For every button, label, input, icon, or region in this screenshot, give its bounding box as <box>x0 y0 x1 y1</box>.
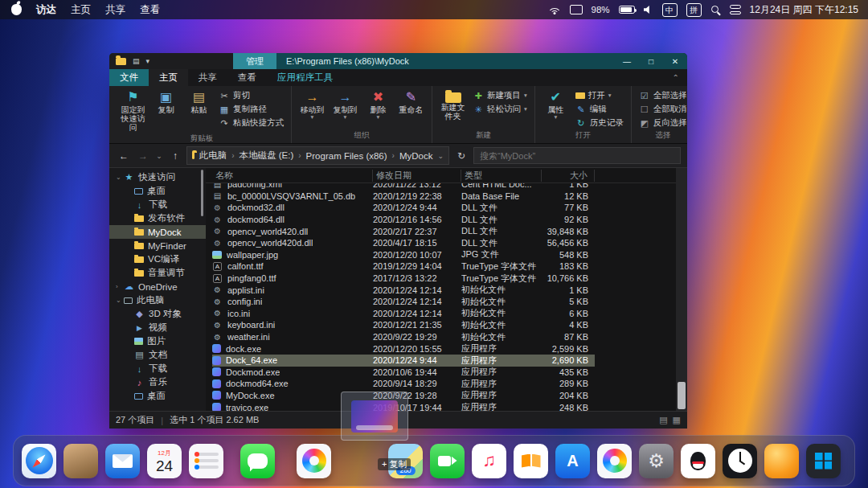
menu-item-2[interactable]: 主页 <box>71 3 91 17</box>
file-row[interactable]: dock.exe2020/12/20 15:55应用程序2,599 KB <box>212 342 595 355</box>
ribbon-collapse-icon[interactable]: ⌃ <box>673 69 687 86</box>
ribbon-button-rename[interactable]: 重命名 <box>395 88 427 129</box>
dock-facetime-icon[interactable] <box>430 444 465 478</box>
dock-mail-icon[interactable] <box>105 444 140 478</box>
ribbon-button-pin[interactable]: 固定到快速访问 <box>117 88 149 133</box>
dock-qq-icon[interactable] <box>681 444 715 478</box>
ribbon-button-props[interactable]: 属性▾ <box>540 88 571 129</box>
control-center-icon[interactable] <box>730 5 741 14</box>
refresh-button[interactable]: ↻ <box>452 150 470 162</box>
file-row[interactable]: opencv_world420.dll2020/2/17 22:37DLL 文件… <box>212 225 595 237</box>
file-row[interactable]: ico.ini2020/12/24 12:14初始化文件6 KB <box>212 308 595 320</box>
file-row[interactable]: Dock_64.exe2020/12/24 9:44应用程序2,690 KB <box>212 355 595 367</box>
sidebar-item-视频[interactable]: 视频 <box>109 321 206 334</box>
file-row[interactable]: config.ini2020/12/24 12:14初始化文件5 KB <box>212 296 595 308</box>
ribbon-button-cut[interactable]: 剪切 <box>216 89 286 102</box>
ribbon-button-newfolder[interactable]: 新建文件夹 <box>437 88 469 129</box>
sidebar-item-快速访问[interactable]: ⌄快速访问 <box>109 170 206 184</box>
dock-safari-icon[interactable] <box>22 444 56 478</box>
qat-customize-icon[interactable]: ▾ <box>146 57 150 65</box>
breadcrumb-item[interactable]: Program Files (x86) <box>306 151 387 161</box>
sidebar-scrollbar[interactable] <box>201 170 203 216</box>
ribbon-button-path[interactable]: 复制路径 <box>216 103 286 116</box>
column-header[interactable]: 名称 <box>212 170 373 182</box>
breadcrumb[interactable]: 此电脑›本地磁盘 (E:)›Program Files (x86)›MyDock… <box>186 146 449 165</box>
explorer-folder-icon[interactable] <box>116 58 126 65</box>
close-button[interactable]: ✕ <box>663 53 687 69</box>
dock-music-icon[interactable]: ♫ <box>472 444 506 478</box>
wifi-icon[interactable] <box>548 6 561 14</box>
file-row[interactable]: padconfig.xml2020/11/22 13:12Cent HTML D… <box>212 183 595 191</box>
breadcrumb-item[interactable]: 本地磁盘 (E:) <box>240 150 294 162</box>
file-row[interactable]: bc_00000LVSQV3ARNLT_05.db2020/12/19 22:3… <box>212 191 595 203</box>
ribbon-button-open[interactable]: 打开▾ <box>573 89 626 102</box>
sidebar-item-发布软件[interactable]: 发布软件 <box>109 211 206 225</box>
dock-orange-app-icon[interactable] <box>764 444 799 478</box>
ime-badge-zhong[interactable]: 中 <box>662 3 678 17</box>
dock-settings-icon[interactable]: ⚙ <box>639 444 674 478</box>
file-row[interactable]: pingfang0.ttf2017/12/3 13:22TrueType 字体文… <box>212 273 595 285</box>
ribbon-tab[interactable]: 查看 <box>227 69 267 86</box>
search-input[interactable] <box>473 147 681 164</box>
sidebar-item-此电脑[interactable]: ⌄此电脑 <box>109 293 206 307</box>
volume-icon[interactable] <box>644 5 653 14</box>
sidebar-item-3D 对象[interactable]: 3D 对象 <box>109 307 206 321</box>
sidebar-item-MyFinder[interactable]: MyFinder <box>109 239 206 252</box>
file-row[interactable]: dockmod32.dll2020/12/24 9:44DLL 文件77 KB <box>212 202 595 214</box>
dock-appstore-icon[interactable]: A <box>555 444 590 478</box>
details-view-icon[interactable]: ▤ <box>659 415 667 425</box>
dock-books-icon[interactable] <box>514 444 548 478</box>
ribbon-button-copy[interactable]: 复制 <box>150 88 182 133</box>
thumbnail-view-icon[interactable]: ▦ <box>673 415 681 425</box>
forward-button[interactable]: → <box>135 150 151 162</box>
file-row[interactable]: weather.ini2020/9/22 19:29初始化文件87 KB <box>212 331 595 343</box>
file-row[interactable]: calfont.ttf2019/12/29 14:04TrueType 字体文件… <box>212 260 595 273</box>
sidebar-item-桌面[interactable]: 桌面 <box>109 389 206 403</box>
minimize-button[interactable]: — <box>615 53 639 69</box>
ribbon-button-access[interactable]: 轻松访问▾ <box>470 103 530 116</box>
sidebar-item-桌面[interactable]: 桌面 <box>109 184 206 198</box>
dock-messages-icon[interactable] <box>240 444 275 478</box>
ribbon-tab[interactable]: 主页 <box>149 69 188 86</box>
dock-pinwheel-app-icon[interactable] <box>597 444 632 478</box>
display-icon[interactable] <box>570 5 583 14</box>
dock-windows-icon[interactable] <box>806 444 841 478</box>
menu-item-4[interactable]: 查看 <box>140 3 160 17</box>
sidebar-item-OneDrive[interactable]: ›OneDrive <box>109 280 206 293</box>
dock-clock-icon[interactable] <box>723 444 757 478</box>
search-icon[interactable] <box>710 5 721 15</box>
sidebar-item-下载[interactable]: 下载 <box>109 362 206 375</box>
dock-brown-app-icon[interactable] <box>63 444 98 478</box>
file-row[interactable]: keyboard.ini2020/12/21 21:35初始化文件4 KB <box>212 319 595 331</box>
file-row[interactable]: Dockmod.exe2020/10/6 19:44应用程序435 KB <box>212 367 595 379</box>
ribbon-button-move[interactable]: 移动到▾ <box>297 88 328 129</box>
battery-icon[interactable] <box>619 6 635 14</box>
vertical-scrollbar[interactable] <box>676 168 687 411</box>
ribbon-button-delete[interactable]: 删除▾ <box>362 88 394 129</box>
menu-bar-clock[interactable]: 12月24日 周四 下午12:15 <box>750 3 858 17</box>
sidebar-item-音量调节[interactable]: 音量调节 <box>109 266 206 280</box>
apple-menu-icon[interactable] <box>11 4 22 15</box>
back-button[interactable]: ← <box>116 150 132 162</box>
dock-photos-icon[interactable] <box>297 444 331 478</box>
file-row[interactable]: dockmod64.dll2020/12/16 14:56DLL 文件92 KB <box>212 214 595 226</box>
column-header[interactable]: 类型 <box>461 170 542 182</box>
recent-locations-icon[interactable]: ⌄ <box>154 152 164 160</box>
menu-item-3[interactable]: 共享 <box>105 3 125 17</box>
ribbon-button-selectnone[interactable]: 全部取消 <box>637 103 687 116</box>
ribbon-button-newitem[interactable]: 新建项目▾ <box>470 89 530 102</box>
breadcrumb-item[interactable]: 此电脑 <box>199 150 227 162</box>
ribbon-tab[interactable]: 共享 <box>188 69 227 86</box>
file-row[interactable]: applist.ini2020/12/24 12:14初始化文件1 KB <box>212 284 595 296</box>
column-header[interactable]: 大小 <box>542 170 595 182</box>
sidebar-item-图片[interactable]: 图片 <box>109 334 206 348</box>
ribbon-button-history[interactable]: 历史记录 <box>573 117 626 129</box>
sidebar-item-下载[interactable]: 下载 <box>109 198 206 211</box>
ribbon-button-selectall[interactable]: 全部选择 <box>637 89 687 102</box>
breadcrumb-item[interactable]: MyDock <box>399 151 433 161</box>
sidebar-item-文档[interactable]: 文档 <box>109 348 206 362</box>
ribbon-button-copyto[interactable]: 复制到▾ <box>330 88 361 129</box>
scrollbar-thumb[interactable] <box>678 382 686 409</box>
ribbon-tab-manage[interactable]: 管理 <box>233 53 276 69</box>
ribbon-button-edit[interactable]: 编辑 <box>573 103 626 116</box>
